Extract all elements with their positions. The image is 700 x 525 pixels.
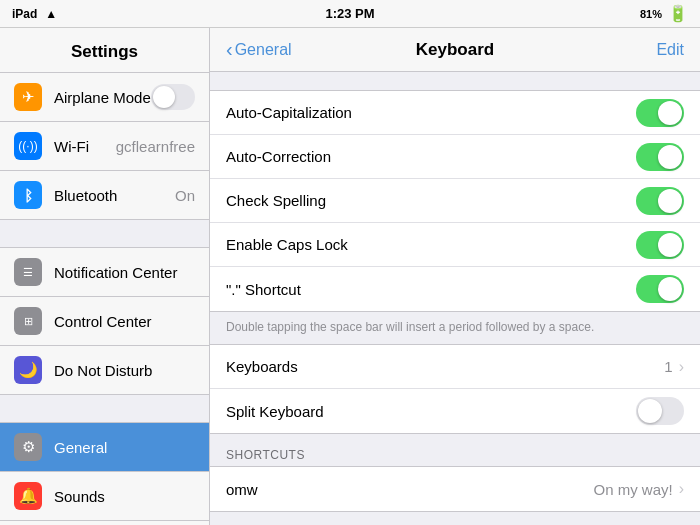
label-auto-correct: Auto-Correction (226, 148, 636, 165)
shortcuts-section: SHORTCUTS omw On my way! › Add New Short… (210, 438, 700, 525)
bluetooth-icon: ᛒ (14, 181, 42, 209)
sidebar-label-control-center: Control Center (54, 313, 195, 330)
airplane-icon: ✈ (14, 83, 42, 111)
label-auto-cap: Auto-Capitalization (226, 104, 636, 121)
wifi-icon: ▲ (45, 7, 57, 21)
wifi-value: gcflearnfree (116, 138, 195, 155)
settings-group-toggles: Auto-Capitalization Auto-Correction Chec… (210, 90, 700, 312)
divider-2 (0, 395, 209, 423)
bluetooth-value: On (175, 187, 195, 204)
battery-icon: 🔋 (668, 4, 688, 23)
keyboards-value: 1 (664, 358, 672, 375)
general-icon: ⚙ (14, 433, 42, 461)
row-auto-capitalization[interactable]: Auto-Capitalization (210, 91, 700, 135)
status-time: 1:23 PM (325, 6, 374, 21)
sounds-icon: 🔔 (14, 482, 42, 510)
back-label: General (235, 41, 292, 59)
battery-percent: 81% (640, 8, 662, 20)
sidebar-item-do-not-disturb[interactable]: 🌙 Do Not Disturb (0, 346, 209, 395)
row-period-shortcut[interactable]: "." Shortcut (210, 267, 700, 311)
row-split-keyboard[interactable]: Split Keyboard (210, 389, 700, 433)
wifi-icon: ((·)) (14, 132, 42, 160)
row-keyboards[interactable]: Keyboards 1 › (210, 345, 700, 389)
period-shortcut-hint: Double tapping the space bar will insert… (210, 312, 700, 344)
back-button[interactable]: ‹ General (226, 38, 292, 61)
sidebar-item-wifi[interactable]: ((·)) Wi-Fi gcflearnfree (0, 122, 209, 171)
shortcut-phrase-omw: omw (226, 481, 593, 498)
divider-1 (0, 220, 209, 248)
sidebar: Settings ✈ Airplane Mode ((·)) Wi-Fi gcf… (0, 28, 210, 525)
sidebar-label-bluetooth: Bluetooth (54, 187, 175, 204)
toggle-split-keyboard[interactable] (636, 397, 684, 425)
sidebar-item-general[interactable]: ⚙ General (0, 423, 209, 472)
sidebar-item-wallpapers[interactable]: ❄ Wallpapers & Brightness (0, 521, 209, 525)
sidebar-label-notifications: Notification Center (54, 264, 195, 281)
sidebar-label-do-not-disturb: Do Not Disturb (54, 362, 195, 379)
row-caps-lock[interactable]: Enable Caps Lock (210, 223, 700, 267)
sidebar-label-sounds: Sounds (54, 488, 195, 505)
sidebar-item-control-center[interactable]: ⊞ Control Center (0, 297, 209, 346)
toggle-check-spelling[interactable] (636, 187, 684, 215)
sidebar-item-notification-center[interactable]: ☰ Notification Center (0, 248, 209, 297)
toggle-period-shortcut[interactable] (636, 275, 684, 303)
page-title: Keyboard (416, 40, 494, 60)
status-left: iPad ▲ (12, 7, 57, 21)
row-auto-correction[interactable]: Auto-Correction (210, 135, 700, 179)
content-area: ‹ General Keyboard Edit Auto-Capitalizat… (210, 28, 700, 525)
content-header: ‹ General Keyboard Edit (210, 28, 700, 72)
label-caps-lock: Enable Caps Lock (226, 236, 636, 253)
ipad-label: iPad (12, 7, 37, 21)
airplane-toggle[interactable] (151, 84, 195, 110)
label-check-spelling: Check Spelling (226, 192, 636, 209)
toggle-settings-group: Auto-Capitalization Auto-Correction Chec… (210, 90, 700, 344)
edit-button[interactable]: Edit (656, 41, 684, 59)
status-bar: iPad ▲ 1:23 PM 81% 🔋 (0, 0, 700, 28)
sidebar-title: Settings (0, 28, 209, 73)
control-center-icon: ⊞ (14, 307, 42, 335)
keyboards-chevron-icon: › (679, 358, 684, 376)
label-split-keyboard: Split Keyboard (226, 403, 636, 420)
settings-group-shortcuts: omw On my way! › (210, 466, 700, 512)
shortcuts-header: SHORTCUTS (210, 438, 700, 466)
status-right: 81% 🔋 (640, 4, 688, 23)
sidebar-label-general: General (54, 439, 195, 456)
toggle-caps-lock[interactable] (636, 231, 684, 259)
toggle-auto-cap[interactable] (636, 99, 684, 127)
settings-group-keyboards: Keyboards 1 › Split Keyboard (210, 344, 700, 434)
sidebar-item-airplane-mode[interactable]: ✈ Airplane Mode (0, 73, 209, 122)
do-not-disturb-icon: 🌙 (14, 356, 42, 384)
main-layout: Settings ✈ Airplane Mode ((·)) Wi-Fi gcf… (0, 28, 700, 525)
toggle-auto-correct[interactable] (636, 143, 684, 171)
label-keyboards: Keyboards (226, 358, 664, 375)
shortcut-expansion-omw: On my way! (593, 481, 672, 498)
sidebar-item-sounds[interactable]: 🔔 Sounds (0, 472, 209, 521)
notification-icon: ☰ (14, 258, 42, 286)
sidebar-label-airplane: Airplane Mode (54, 89, 151, 106)
sidebar-label-wifi: Wi-Fi (54, 138, 116, 155)
label-period-shortcut: "." Shortcut (226, 281, 636, 298)
back-chevron-icon: ‹ (226, 38, 233, 61)
row-shortcut-omw[interactable]: omw On my way! › (210, 467, 700, 511)
sidebar-item-bluetooth[interactable]: ᛒ Bluetooth On (0, 171, 209, 220)
shortcut-chevron-icon: › (679, 480, 684, 498)
row-check-spelling[interactable]: Check Spelling (210, 179, 700, 223)
